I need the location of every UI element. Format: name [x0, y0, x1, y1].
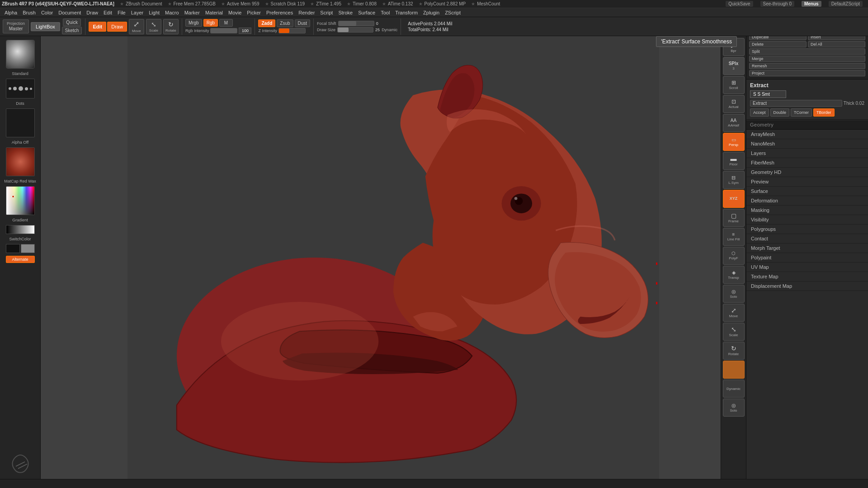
dynamic-tile[interactable] [723, 361, 745, 379]
menu-color[interactable]: Color [38, 9, 56, 16]
scale-icon-btn[interactable]: ⤡ Scale [723, 323, 745, 341]
lightbox-button[interactable]: LightBox [31, 22, 60, 31]
aahalf-button[interactable]: AA AAHalf [723, 114, 745, 132]
menu-transform[interactable]: Transform [392, 9, 420, 16]
menu-document[interactable]: Document [56, 9, 84, 16]
lsym-button[interactable]: ⊟ L.Sym [723, 171, 745, 189]
quick-sketch-button[interactable]: Quick [63, 19, 81, 26]
menus-btn[interactable]: Menus [802, 1, 821, 7]
menu-tool[interactable]: Tool [378, 9, 392, 16]
menu-script[interactable]: Script [317, 9, 335, 16]
solo-button[interactable]: ◎ Solo [723, 285, 745, 303]
rotate-button[interactable]: ↻ Rotate [163, 19, 179, 34]
menu-file[interactable]: File [115, 9, 128, 16]
rp-item-geometryhd[interactable]: Geometry HD [746, 168, 868, 177]
color-box-white[interactable] [21, 244, 35, 253]
rp-item-polypaint[interactable]: Polypaint [746, 253, 868, 263]
gradient-box[interactable] [6, 225, 35, 234]
viewport-area[interactable] [41, 36, 746, 479]
focal-shift-slider[interactable] [338, 21, 374, 26]
menu-edit[interactable]: Edit [101, 9, 115, 16]
rp-item-nanomesh[interactable]: NanoMesh [746, 139, 868, 149]
menu-marker[interactable]: Marker [182, 9, 203, 16]
menu-material[interactable]: Material [203, 9, 226, 16]
accept-btn[interactable]: Accept [750, 108, 769, 117]
extract-value-input[interactable]: S S Smt [750, 90, 786, 98]
tborder-btn[interactable]: TBorder [813, 108, 835, 117]
transp-button[interactable]: ◈ Transp [723, 266, 745, 284]
rgb-button[interactable]: Rgb [203, 19, 218, 27]
alpha-preview[interactable] [6, 108, 35, 137]
quicksave-btn[interactable]: QuickSave [726, 1, 753, 7]
rp-item-visibility[interactable]: Visibility [746, 215, 868, 225]
see-through-label[interactable]: See-through 0 [760, 1, 794, 7]
rp-item-surface[interactable]: Surface [746, 187, 868, 196]
menu-stroke[interactable]: Stroke [335, 9, 355, 16]
z-intensity-slider[interactable] [278, 28, 306, 33]
menu-light[interactable]: Light [146, 9, 162, 16]
extract-btn[interactable]: Extract [750, 100, 842, 107]
frame-button[interactable]: ▢ Frame [723, 209, 745, 227]
split-btn[interactable]: Split [749, 48, 865, 55]
m-button[interactable]: M [219, 19, 233, 27]
project-btn[interactable]: Project [749, 70, 865, 76]
switch-color-box[interactable] [6, 244, 35, 253]
rp-item-layers[interactable]: Layers [746, 149, 868, 158]
menu-draw[interactable]: Draw [84, 9, 101, 16]
rp-item-preview[interactable]: Preview [746, 177, 868, 187]
color-box-black[interactable] [6, 244, 20, 253]
rgb-intensity-slider[interactable] [210, 28, 237, 33]
menu-alpha[interactable]: Alpha [2, 9, 20, 16]
projection-master-button[interactable]: Projection Master [3, 19, 29, 33]
rp-item-uvmap[interactable]: UV Map [746, 263, 868, 272]
delete-btn[interactable]: Delete [749, 41, 807, 47]
rp-item-displacementmap[interactable]: Displacement Map [746, 282, 868, 291]
menu-zscript[interactable]: ZScript [442, 9, 463, 16]
persp-button[interactable]: ▭ Persp [723, 133, 745, 151]
texture-preview[interactable] [6, 147, 35, 176]
menu-picker[interactable]: Picker [244, 9, 264, 16]
draw-size-slider[interactable] [337, 27, 373, 33]
stroke-preview[interactable] [6, 79, 35, 99]
menu-movie[interactable]: Movie [226, 9, 244, 16]
move-icon-btn[interactable]: ⤢ Move [723, 304, 745, 322]
rp-item-fibermesh[interactable]: FiberMesh [746, 158, 868, 168]
floor-button[interactable]: ▬ Floor [723, 152, 745, 170]
rp-item-arraymesh[interactable]: ArrayMesh [746, 130, 868, 139]
solo2-button[interactable]: ◎ Solo [723, 399, 745, 417]
actual-button[interactable]: ⊡ Actual [723, 95, 745, 113]
remesh-btn[interactable]: Remesh [749, 63, 865, 69]
menu-zplugin[interactable]: Zplugin [420, 9, 442, 16]
brush-preview[interactable] [6, 40, 35, 69]
color-picker[interactable] [6, 186, 35, 215]
spix3-button[interactable]: SPlx 3 [723, 57, 745, 75]
menu-surface[interactable]: Surface [355, 9, 378, 16]
zadd-button[interactable]: Zadd [258, 19, 275, 27]
merge-btn[interactable]: Merge [749, 56, 865, 62]
rp-item-contact[interactable]: Contact [746, 234, 868, 244]
bpr-button[interactable]: ▶ Bpr [723, 38, 745, 56]
menu-render[interactable]: Render [296, 9, 317, 16]
draw-button[interactable]: Draw [107, 22, 127, 32]
scale-button[interactable]: ⤡ Scale [146, 19, 161, 34]
move-button[interactable]: ⤢ Move [129, 19, 144, 34]
edit-button[interactable]: Edit [89, 22, 106, 32]
rp-item-deformation[interactable]: Deformation [746, 196, 868, 206]
rp-item-masking[interactable]: Masking [746, 206, 868, 215]
geometry-header[interactable]: Geometry [746, 120, 868, 130]
scroll-button[interactable]: ⊞ Scroll [723, 76, 745, 94]
xyz-button[interactable]: XYZ [723, 190, 745, 208]
alternate-button[interactable]: Alternate [6, 256, 35, 263]
dynamic-label-btn[interactable]: Dynamic [723, 380, 745, 398]
dynamic-label[interactable]: Dynamic [382, 28, 397, 32]
polyf-button[interactable]: ⬡ PolyF [723, 247, 745, 265]
rotate-icon-btn[interactable]: ↻ Rotate [723, 342, 745, 360]
zsub-button[interactable]: Zsub [277, 19, 293, 27]
menu-brush[interactable]: Brush [20, 9, 38, 16]
quick-sketch-label[interactable]: Sketch [62, 27, 82, 34]
double-btn[interactable]: Double [770, 108, 790, 117]
mrgb-button[interactable]: Mrgb [185, 19, 202, 27]
menu-macro[interactable]: Macro [162, 9, 182, 16]
menu-preferences[interactable]: Preferences [264, 9, 296, 16]
dust-button[interactable]: Dust [295, 19, 311, 27]
